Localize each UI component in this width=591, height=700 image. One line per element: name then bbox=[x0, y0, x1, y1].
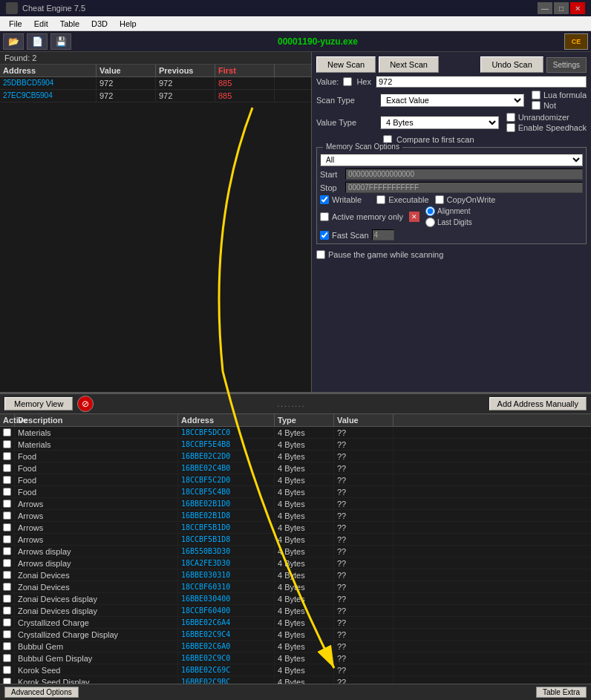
next-scan-button[interactable]: Next Scan bbox=[379, 56, 439, 73]
row-active-checkbox[interactable] bbox=[3, 464, 11, 472]
copy-on-write-checkbox[interactable] bbox=[435, 195, 444, 204]
active-memory-clear-button[interactable]: ✕ bbox=[409, 212, 419, 222]
new-scan-button[interactable]: New Scan bbox=[316, 56, 376, 73]
address-table-row[interactable]: Arrows16BBE02B1D84 Bytes?? bbox=[0, 510, 591, 522]
open-process-button[interactable]: 📂 bbox=[3, 33, 24, 50]
menu-file[interactable]: File bbox=[3, 19, 28, 28]
row-active-checkbox[interactable] bbox=[3, 523, 11, 531]
row-active-checkbox[interactable] bbox=[3, 642, 11, 650]
mem-scan-content: All Start Stop Writable bbox=[320, 154, 583, 241]
open-file-button[interactable]: 📄 bbox=[27, 33, 48, 50]
row-active-checkbox[interactable] bbox=[3, 428, 11, 436]
options-group: Lua formula Not bbox=[532, 91, 587, 110]
writable-checkbox[interactable] bbox=[320, 195, 329, 204]
not-checkbox[interactable] bbox=[532, 101, 541, 110]
address-table-row[interactable]: Arrows18CCBF5B1D04 Bytes?? bbox=[0, 522, 591, 534]
row-active-checkbox[interactable] bbox=[3, 666, 11, 674]
window-controls[interactable]: — □ ✕ bbox=[538, 2, 585, 14]
advanced-options-button[interactable]: Advanced Options bbox=[4, 687, 79, 698]
row-active-checkbox[interactable] bbox=[3, 630, 11, 638]
address-table-row[interactable]: Crystallized Charge Display16BBE02C9C44 … bbox=[0, 629, 591, 641]
fast-scan-input[interactable] bbox=[372, 229, 394, 241]
row-active-checkbox[interactable] bbox=[3, 511, 11, 520]
alignment-radio-input[interactable] bbox=[425, 206, 435, 216]
address-table-row[interactable]: Bubbul Gem16BBE02C6A04 Bytes?? bbox=[0, 641, 591, 652]
address-table-row[interactable]: Food18CCBF5C2D04 Bytes?? bbox=[0, 474, 591, 486]
last-digits-radio-input[interactable] bbox=[425, 217, 435, 227]
row-active-checkbox[interactable] bbox=[3, 535, 11, 543]
row-active-checkbox[interactable] bbox=[3, 571, 11, 579]
start-input[interactable] bbox=[345, 169, 583, 180]
row-active-checkbox[interactable] bbox=[3, 500, 11, 508]
fast-scan-checkbox[interactable] bbox=[320, 231, 329, 240]
speedhack-checkbox[interactable] bbox=[506, 123, 515, 132]
address-table-row[interactable]: Bubbul Gem Display16BBE02C9C04 Bytes?? bbox=[0, 652, 591, 664]
row-value: ?? bbox=[334, 593, 394, 604]
address-table-row[interactable]: Zonai Devices16BBE0303104 Bytes?? bbox=[0, 569, 591, 581]
address-table-row[interactable]: Materials18CCBF5E4B84 Bytes?? bbox=[0, 439, 591, 451]
address-table-row[interactable]: Korok Seed Display16BBE02C9BC4 Bytes?? bbox=[0, 676, 591, 684]
address-table-row[interactable]: Crystallized Charge16BBE02C6A44 Bytes?? bbox=[0, 617, 591, 629]
save-button[interactable]: 💾 bbox=[50, 33, 71, 50]
row-active-checkbox[interactable] bbox=[3, 678, 11, 684]
active-memory-checkbox[interactable] bbox=[320, 212, 329, 221]
mem-all-dropdown[interactable]: All bbox=[320, 154, 583, 166]
menu-help[interactable]: Help bbox=[114, 19, 143, 28]
row-value: ?? bbox=[334, 534, 394, 545]
result-row[interactable]: 25DBBCD5904 972 972 885 bbox=[0, 77, 311, 90]
bottom-toolbar: Memory View ⊘ ........ Add Address Manua… bbox=[0, 393, 591, 414]
minimize-button[interactable]: — bbox=[538, 2, 552, 14]
address-table-row[interactable]: Arrows18CCBF5B1D84 Bytes?? bbox=[0, 534, 591, 546]
unrandomizer-checkbox[interactable] bbox=[506, 113, 515, 122]
add-address-manually-button[interactable]: Add Address Manually bbox=[489, 397, 587, 410]
memory-view-button[interactable]: Memory View bbox=[4, 397, 73, 410]
pause-game-checkbox[interactable] bbox=[316, 250, 325, 259]
row-value: ?? bbox=[334, 557, 394, 569]
value-input[interactable] bbox=[376, 76, 587, 88]
row-address: 16BBE02C2D0 bbox=[178, 451, 275, 462]
row-active-checkbox[interactable] bbox=[3, 440, 11, 448]
table-extra-button[interactable]: Table Extra bbox=[536, 687, 587, 698]
result-previous-1: 972 bbox=[156, 90, 215, 102]
address-table-row[interactable]: Arrows16BBE02B1D04 Bytes?? bbox=[0, 498, 591, 510]
row-active-checkbox[interactable] bbox=[3, 654, 11, 662]
lua-formula-checkbox[interactable] bbox=[532, 91, 541, 99]
menu-table[interactable]: Table bbox=[54, 19, 85, 28]
row-description: Arrows bbox=[15, 522, 178, 533]
settings-button[interactable]: Settings bbox=[546, 57, 587, 73]
address-table-row[interactable]: Materials18CCBF5DCC04 Bytes?? bbox=[0, 427, 591, 439]
undo-scan-button[interactable]: Undo Scan bbox=[480, 56, 543, 73]
executable-checkbox[interactable] bbox=[376, 195, 385, 204]
value-type-dropdown[interactable]: 4 Bytes 2 Bytes 1 Byte 8 Bytes Float Dou… bbox=[380, 116, 499, 129]
row-active-checkbox[interactable] bbox=[3, 583, 11, 591]
address-table-row[interactable]: Food16BBE02C2D04 Bytes?? bbox=[0, 451, 591, 462]
address-table-row[interactable]: Arrows display16B550B3D304 Bytes?? bbox=[0, 546, 591, 557]
stop-button[interactable]: ⊘ bbox=[77, 396, 94, 412]
row-active-checkbox[interactable] bbox=[3, 618, 11, 627]
row-active-checkbox[interactable] bbox=[3, 476, 11, 484]
hex-checkbox[interactable] bbox=[343, 77, 352, 86]
row-description: Korok Seed Display bbox=[15, 676, 178, 684]
stop-input[interactable] bbox=[345, 182, 583, 193]
address-table-row[interactable]: Food18CCBF5C4B04 Bytes?? bbox=[0, 486, 591, 498]
maximize-button[interactable]: □ bbox=[554, 2, 569, 14]
close-button[interactable]: ✕ bbox=[570, 2, 585, 14]
menu-edit[interactable]: Edit bbox=[28, 19, 54, 28]
address-table-row[interactable]: Zonai Devices18CCBF603104 Bytes?? bbox=[0, 581, 591, 593]
row-active-checkbox[interactable] bbox=[3, 606, 11, 615]
result-row[interactable]: 27EC9CB5904 972 972 885 bbox=[0, 90, 311, 102]
row-active-checkbox[interactable] bbox=[3, 488, 11, 496]
row-active-checkbox[interactable] bbox=[3, 452, 11, 460]
lua-formula-option: Lua formula bbox=[532, 91, 587, 99]
pause-row: Pause the game while scanning bbox=[316, 250, 587, 259]
address-table-row[interactable]: Zonai Devices display18CCBF604004 Bytes?… bbox=[0, 605, 591, 617]
address-table-row[interactable]: Korok Seed16BBE02C69C4 Bytes?? bbox=[0, 664, 591, 676]
row-active-checkbox[interactable] bbox=[3, 595, 11, 603]
address-table-row[interactable]: Arrows display18CA2FE3D304 Bytes?? bbox=[0, 557, 591, 569]
row-active-checkbox[interactable] bbox=[3, 547, 11, 555]
address-table-row[interactable]: Zonai Devices display16BBE0304004 Bytes?… bbox=[0, 593, 591, 605]
address-table-row[interactable]: Food16BBE02C4B04 Bytes?? bbox=[0, 462, 591, 474]
menu-d3d[interactable]: D3D bbox=[85, 19, 114, 28]
scan-type-dropdown[interactable]: Exact Value Bigger than... Smaller than.… bbox=[380, 94, 524, 107]
row-active-checkbox[interactable] bbox=[3, 559, 11, 567]
